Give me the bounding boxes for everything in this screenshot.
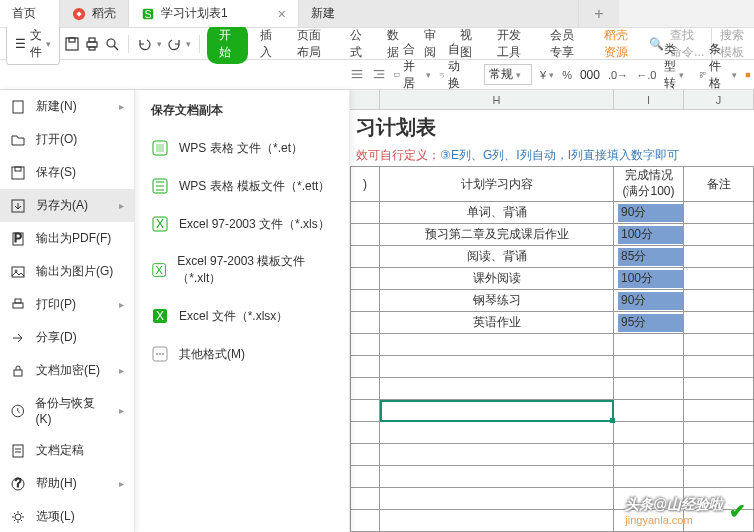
cell-content[interactable]: 英语作业 bbox=[380, 312, 614, 333]
decimal-inc-icon[interactable]: .0→ bbox=[608, 69, 628, 81]
cell-content[interactable]: 课外阅读 bbox=[380, 268, 614, 289]
menu-help[interactable]: ?帮助(H)▸ bbox=[0, 467, 134, 500]
undo-icon[interactable] bbox=[137, 35, 153, 53]
ribbon-tab-member[interactable]: 会员专享 bbox=[542, 27, 591, 61]
saveas-xlsx[interactable]: XExcel 文件（*.xlsx） bbox=[135, 297, 349, 335]
ribbon-tab-dev[interactable]: 开发工具 bbox=[489, 27, 538, 61]
currency-icon[interactable]: ¥▾ bbox=[540, 69, 554, 81]
saveas-et[interactable]: WPS 表格 文件（*.et） bbox=[135, 129, 349, 167]
decimal-dec-icon[interactable]: ←.0 bbox=[636, 69, 656, 81]
file-menu-button[interactable]: ☰ 文件 ▾ bbox=[6, 23, 60, 65]
close-icon[interactable]: × bbox=[278, 6, 286, 22]
cell-score[interactable]: 90分 bbox=[614, 202, 684, 223]
cell-remark[interactable] bbox=[684, 268, 754, 289]
number-format-select[interactable]: 常规▾ bbox=[484, 64, 532, 85]
cell-remark[interactable] bbox=[684, 290, 754, 311]
saveas-xlt[interactable]: XExcel 97-2003 模板文件（*.xlt） bbox=[135, 243, 349, 297]
tab-new[interactable]: 新建 bbox=[299, 0, 579, 27]
saveas-xlt-label: Excel 97-2003 模板文件（*.xlt） bbox=[177, 253, 333, 287]
col-hdr-j[interactable]: J bbox=[684, 90, 754, 109]
redo-icon[interactable] bbox=[166, 35, 182, 53]
col-hdr-h[interactable]: H bbox=[380, 90, 614, 109]
table-row[interactable] bbox=[350, 422, 754, 444]
ribbon-tab-insert[interactable]: 插入 bbox=[252, 27, 285, 61]
menu-exportimg[interactable]: 输出为图片(G) bbox=[0, 255, 134, 288]
svg-text:P: P bbox=[14, 231, 22, 245]
menu-share-label: 分享(D) bbox=[36, 329, 77, 346]
menu-exportpdf-label: 输出为PDF(F) bbox=[36, 230, 111, 247]
cell-remark[interactable] bbox=[684, 202, 754, 223]
save-icon[interactable] bbox=[64, 35, 80, 53]
table-row[interactable]: 预习第二章及完成课后作业100分 bbox=[350, 224, 754, 246]
menu-backup[interactable]: 备份与恢复(K)▸ bbox=[0, 387, 134, 434]
ribbon-tab-start[interactable]: 开始 bbox=[207, 24, 248, 64]
table-header-row: ) 计划学习内容 完成情况(满分100) 备注 bbox=[350, 166, 754, 202]
selected-row[interactable] bbox=[350, 400, 754, 422]
menu-open[interactable]: 打开(O) bbox=[0, 123, 134, 156]
cell-remark[interactable] bbox=[684, 312, 754, 333]
col-hdr-i[interactable]: I bbox=[614, 90, 684, 109]
table-row[interactable] bbox=[350, 444, 754, 466]
watermark: 头条@山经验啦 jingyanla.com ✔ bbox=[625, 496, 746, 526]
preview-icon[interactable] bbox=[104, 35, 120, 53]
svg-text:S: S bbox=[144, 7, 151, 19]
redo-dropdown[interactable]: ▾ bbox=[186, 39, 191, 49]
svg-rect-24 bbox=[14, 370, 22, 376]
saveas-ett[interactable]: WPS 表格 模板文件（*.ett） bbox=[135, 167, 349, 205]
cell-score[interactable]: 85分 bbox=[614, 246, 684, 267]
cell-score[interactable]: 100分 bbox=[614, 224, 684, 245]
tab-home[interactable]: 首页 bbox=[0, 0, 60, 27]
menu-print[interactable]: 打印(P)▸ bbox=[0, 288, 134, 321]
undo-dropdown[interactable]: ▾ bbox=[157, 39, 162, 49]
svg-rect-23 bbox=[15, 299, 21, 303]
percent-icon[interactable]: % bbox=[562, 69, 572, 81]
print-icon[interactable] bbox=[84, 35, 100, 53]
cell-remark[interactable] bbox=[684, 224, 754, 245]
saveas-xls[interactable]: XExcel 97-2003 文件（*.xls） bbox=[135, 205, 349, 243]
cell-content[interactable]: 阅读、背诵 bbox=[380, 246, 614, 267]
cell-content[interactable]: 单词、背诵 bbox=[380, 202, 614, 223]
table-row[interactable]: 钢琴练习90分 bbox=[350, 290, 754, 312]
tab-daohu[interactable]: 稻壳 bbox=[60, 0, 129, 27]
cell-content[interactable]: 钢琴练习 bbox=[380, 290, 614, 311]
selected-cell[interactable] bbox=[380, 400, 614, 422]
thousands-icon[interactable]: 000 bbox=[580, 68, 600, 82]
cell-score[interactable]: 100分 bbox=[614, 268, 684, 289]
document-tabs: 首页 稻壳 S 学习计划表1 × 新建 + bbox=[0, 0, 754, 28]
align-icon[interactable] bbox=[350, 68, 364, 82]
table-row[interactable] bbox=[350, 356, 754, 378]
menu-new[interactable]: 新建(N)▸ bbox=[0, 90, 134, 123]
menu-share[interactable]: 分享(D) bbox=[0, 321, 134, 354]
table-row[interactable]: 单词、背诵90分 bbox=[350, 202, 754, 224]
menu-saveas[interactable]: 另存为(A)▸ bbox=[0, 189, 134, 222]
menu-options[interactable]: 选项(L) bbox=[0, 500, 134, 532]
ribbon-tab-formula[interactable]: 公式 bbox=[342, 27, 375, 61]
chevron-right-icon: ▸ bbox=[119, 478, 124, 489]
table-row[interactable]: 课外阅读100分 bbox=[350, 268, 754, 290]
cell-content[interactable]: 预习第二章及完成课后作业 bbox=[380, 224, 614, 245]
table-row[interactable] bbox=[350, 378, 754, 400]
cell-remark[interactable] bbox=[684, 246, 754, 267]
ribbon-tab-resource[interactable]: 稻壳资源 bbox=[596, 27, 645, 61]
menu-locate[interactable]: 文档定稿 bbox=[0, 434, 134, 467]
menu-encrypt[interactable]: 文档加密(E)▸ bbox=[0, 354, 134, 387]
table-row[interactable] bbox=[350, 466, 754, 488]
menu-help-label: 帮助(H) bbox=[36, 475, 77, 492]
cell-score[interactable]: 90分 bbox=[614, 290, 684, 311]
table-row[interactable]: 英语作业95分 bbox=[350, 312, 754, 334]
tab-new-label: 新建 bbox=[311, 5, 335, 22]
tab-home-label: 首页 bbox=[12, 5, 36, 22]
indent-icon[interactable] bbox=[372, 68, 386, 82]
menu-save[interactable]: 保存(S) bbox=[0, 156, 134, 189]
saveas-other[interactable]: 其他格式(M) bbox=[135, 335, 349, 373]
cell-score[interactable]: 95分 bbox=[614, 312, 684, 333]
table-row[interactable] bbox=[350, 334, 754, 356]
ribbon-tab-layout[interactable]: 页面布局 bbox=[289, 27, 338, 61]
table-row[interactable]: 阅读、背诵85分 bbox=[350, 246, 754, 268]
menu-new-label: 新建(N) bbox=[36, 98, 77, 115]
tab-add[interactable]: + bbox=[579, 0, 619, 27]
menu-exportpdf[interactable]: P输出为PDF(F) bbox=[0, 222, 134, 255]
tab-document[interactable]: S 学习计划表1 × bbox=[129, 0, 299, 27]
saveas-xls-label: Excel 97-2003 文件（*.xls） bbox=[179, 216, 330, 233]
col-hdr-blank[interactable] bbox=[350, 90, 380, 109]
